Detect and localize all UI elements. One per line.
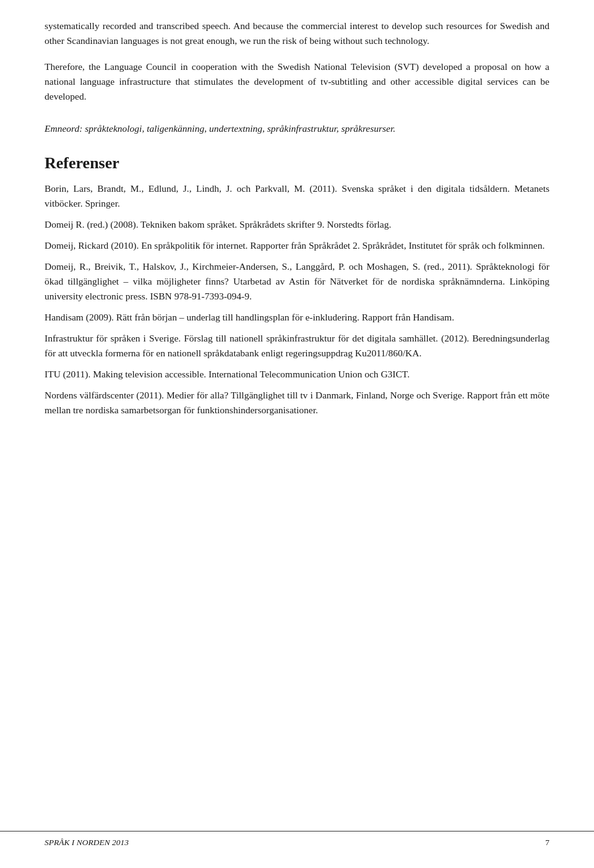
paragraph-2: Therefore, the Language Council in coope… bbox=[45, 59, 549, 104]
emneord-keywords: språkteknologi, taligenkänning, undertex… bbox=[85, 123, 395, 134]
references-section: Referenser Borin, Lars, Brandt, M., Edlu… bbox=[45, 153, 549, 418]
reference-item: Infrastruktur för språken i Sverige. För… bbox=[45, 331, 549, 361]
reference-item: Domeij, Rickard (2010). En språkpolitik … bbox=[45, 238, 549, 253]
reference-item: ITU (2011). Making television accessible… bbox=[45, 367, 549, 382]
footer-journal-title: SPRÅK I NORDEN 2013 bbox=[45, 836, 129, 849]
footer-bar: SPRÅK I NORDEN 2013 7 bbox=[0, 831, 594, 849]
emneord-label: Emneord: bbox=[45, 123, 82, 134]
paragraph-1: systematically recorded and transcribed … bbox=[45, 19, 549, 48]
reference-item: Handisam (2009). Rätt från början – unde… bbox=[45, 310, 549, 325]
emneord-section: Emneord: språkteknologi, taligenkänning,… bbox=[45, 121, 549, 136]
emneord-text: Emneord: språkteknologi, taligenkänning,… bbox=[45, 121, 549, 136]
footer-page-number: 7 bbox=[545, 836, 549, 849]
reference-item: Nordens välfärdscenter (2011). Medier fö… bbox=[45, 388, 549, 418]
page-container: systematically recorded and transcribed … bbox=[0, 0, 594, 868]
references-heading: Referenser bbox=[45, 153, 549, 173]
reference-item: Borin, Lars, Brandt, M., Edlund, J., Lin… bbox=[45, 181, 549, 211]
reference-item: Domeij, R., Breivik, T., Halskov, J., Ki… bbox=[45, 259, 549, 304]
reference-item: Domeij R. (red.) (2008). Tekniken bakom … bbox=[45, 217, 549, 232]
